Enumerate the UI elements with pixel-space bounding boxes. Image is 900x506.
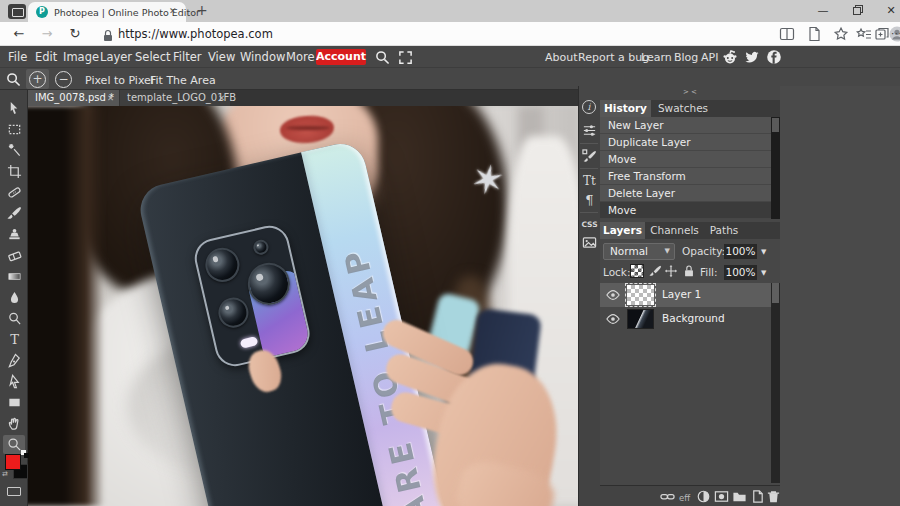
search-icon[interactable] <box>375 50 390 65</box>
history-scrollbar[interactable] <box>771 117 780 219</box>
new-tab-button[interactable]: + <box>196 2 208 18</box>
history-item[interactable]: Free Transform <box>600 168 771 185</box>
hand-tool-icon[interactable] <box>3 414 25 433</box>
tab-close-icon[interactable]: ✕ <box>169 6 177 16</box>
lock-transparency-icon[interactable] <box>630 264 644 278</box>
menu-image[interactable]: Image <box>63 50 99 64</box>
path-select-icon[interactable] <box>3 372 25 391</box>
history-item[interactable]: Move <box>600 151 771 168</box>
dodge-tool-icon[interactable] <box>3 309 25 328</box>
link-blog[interactable]: Blog <box>674 51 698 64</box>
adjustment-layer-icon[interactable] <box>696 489 711 504</box>
layer-thumbnail[interactable] <box>627 309 654 329</box>
facebook-icon[interactable] <box>766 49 782 65</box>
menu-window[interactable]: Window <box>240 50 285 64</box>
menu-more[interactable]: More <box>286 50 315 64</box>
blend-mode-select[interactable]: Normal▼ <box>603 243 675 260</box>
gradient-tool-icon[interactable] <box>3 267 25 286</box>
menu-edit[interactable]: Edit <box>35 50 57 64</box>
tab-layers[interactable]: Layers <box>600 222 645 239</box>
history-item[interactable]: Delete Layer <box>600 185 771 202</box>
panel-collapse-icon[interactable]: > < <box>683 88 697 96</box>
document-tab-inactive[interactable]: template_LOGO_01FB ✕ <box>120 90 230 106</box>
document-tab-close-icon[interactable]: ✕ <box>107 90 114 106</box>
layers-scrollbar-thumb[interactable] <box>772 283 779 303</box>
layer-mask-icon[interactable] <box>714 489 729 504</box>
document-tab-active[interactable]: IMG_0078.psd * ✕ <box>28 90 119 106</box>
brush-tool-icon[interactable] <box>3 204 25 223</box>
character-panel-icon[interactable]: Tt <box>581 172 598 189</box>
opacity-dropdown-icon[interactable]: ▼ <box>761 248 766 256</box>
link-report[interactable]: Report a bug <box>578 51 649 64</box>
tab-actions-icon[interactable] <box>8 4 26 19</box>
address-bar[interactable]: https://www.photopea.com <box>118 27 273 41</box>
browser-tab[interactable]: P Photopea | Online Photo Editor ✕ <box>28 2 186 22</box>
tab-paths[interactable]: Paths <box>704 222 744 239</box>
new-group-icon[interactable] <box>732 489 747 504</box>
twitter-icon[interactable] <box>744 49 760 65</box>
window-close-button[interactable]: ✕ <box>876 0 900 22</box>
layer-name[interactable]: Background <box>662 312 725 324</box>
layer-row[interactable]: Background <box>600 307 771 331</box>
eraser-tool-icon[interactable] <box>3 246 25 265</box>
info-panel-icon[interactable]: i <box>582 100 596 114</box>
zoom-out-button[interactable]: − <box>55 71 72 88</box>
add-favorite-icon[interactable] <box>833 26 849 42</box>
menu-select[interactable]: Select <box>135 50 170 64</box>
link-about[interactable]: About <box>545 51 578 64</box>
visibility-eye-icon[interactable] <box>606 288 620 302</box>
swap-colors-icon[interactable]: ⇄ <box>2 470 8 478</box>
css-panel-icon[interactable]: CSS <box>581 216 598 233</box>
delete-layer-icon[interactable] <box>766 489 781 504</box>
visibility-eye-icon[interactable] <box>606 312 620 326</box>
window-restore-button[interactable] <box>842 0 872 22</box>
document-canvas[interactable]: ✶ DARE TO LEAP realme <box>28 106 578 506</box>
heal-tool-icon[interactable] <box>3 183 25 202</box>
lock-position-icon[interactable] <box>664 264 678 278</box>
image-panel-icon[interactable] <box>581 234 598 251</box>
layer-thumbnail[interactable] <box>627 285 654 305</box>
history-scrollbar-thumb[interactable] <box>772 118 779 132</box>
type-tool-icon[interactable]: T <box>3 330 25 349</box>
layer-row-selected[interactable]: Layer 1 <box>600 283 771 307</box>
new-layer-icon[interactable] <box>750 489 765 504</box>
screen-mode-icon[interactable] <box>7 487 21 496</box>
tab-swatches[interactable]: Swatches <box>651 100 715 117</box>
link-layers-icon[interactable] <box>660 489 675 504</box>
default-swatches-icon[interactable] <box>21 450 29 458</box>
favorites-bar-icon[interactable] <box>856 26 872 42</box>
split-screen-icon[interactable] <box>779 26 795 42</box>
forward-icon[interactable]: → <box>36 22 58 45</box>
pixel-to-pixel-button[interactable]: Pixel to Pixel <box>85 74 154 87</box>
foreground-color-swatch[interactable] <box>5 454 21 470</box>
back-icon[interactable]: ← <box>8 22 30 45</box>
window-minimize-button[interactable]: — <box>808 0 838 22</box>
rectangle-tool-icon[interactable] <box>3 393 25 412</box>
select-tool-icon[interactable] <box>3 120 25 139</box>
history-item-current[interactable]: Move <box>600 202 771 219</box>
crop-tool-icon[interactable] <box>3 162 25 181</box>
magic-wand-icon[interactable] <box>3 141 25 160</box>
fit-the-area-button[interactable]: Fit The Area <box>150 74 216 87</box>
tab-history[interactable]: History <box>600 100 651 117</box>
brush-settings-icon[interactable] <box>581 148 598 165</box>
layer-name[interactable]: Layer 1 <box>662 288 701 300</box>
fullscreen-icon[interactable] <box>398 50 413 65</box>
refresh-icon[interactable]: ↻ <box>64 22 86 45</box>
fill-value[interactable]: 100% <box>724 265 757 280</box>
collections-icon[interactable] <box>874 26 890 42</box>
pen-tool-icon[interactable] <box>3 351 25 370</box>
clone-stamp-icon[interactable] <box>3 225 25 244</box>
page-tools-icon[interactable] <box>806 26 822 42</box>
link-learn[interactable]: Learn <box>641 51 672 64</box>
history-item[interactable]: New Layer <box>600 117 771 134</box>
fill-dropdown-icon[interactable]: ▼ <box>761 269 766 277</box>
layers-scrollbar[interactable] <box>771 283 780 483</box>
menu-filter[interactable]: Filter <box>173 50 201 64</box>
menu-file[interactable]: File <box>8 50 27 64</box>
blur-tool-icon[interactable] <box>3 288 25 307</box>
browser-menu-icon[interactable]: ⋯ <box>891 27 900 40</box>
zoom-in-button[interactable]: + <box>29 71 46 88</box>
lock-all-icon[interactable] <box>682 264 696 278</box>
link-api[interactable]: API <box>701 51 718 64</box>
